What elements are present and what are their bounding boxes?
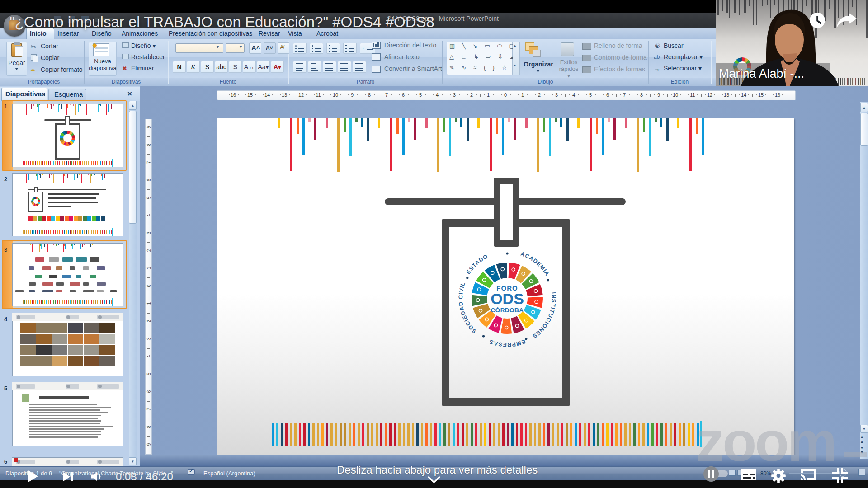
svg-text:CÓRDOBA: CÓRDOBA bbox=[491, 307, 524, 314]
svg-text:ESTADO: ESTADO bbox=[465, 253, 489, 275]
svg-text:EMPRESAS: EMPRESAS bbox=[488, 338, 527, 348]
svg-text:ODS: ODS bbox=[491, 290, 524, 307]
